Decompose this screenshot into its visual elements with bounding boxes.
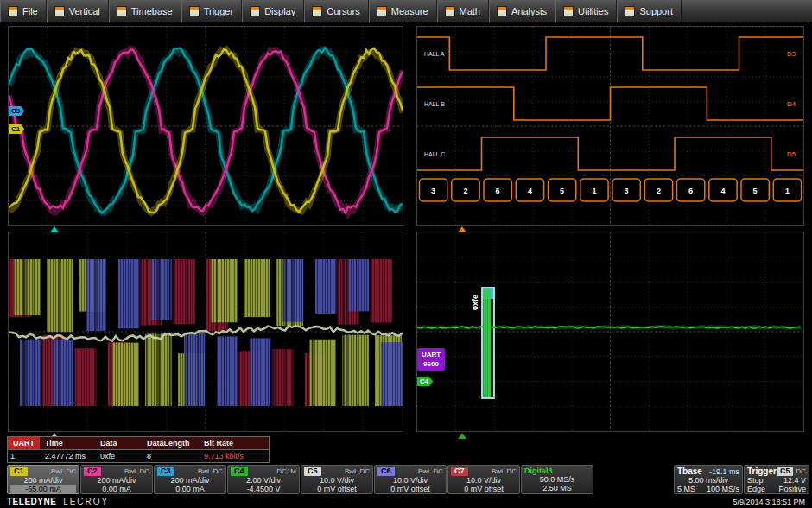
menu-item-label: Math <box>460 6 480 16</box>
trigger-source-badge: C5 <box>777 467 794 476</box>
col-time: Time <box>42 439 98 448</box>
menu-item-analysis[interactable]: Analysis <box>489 0 555 22</box>
trigger-descriptor[interactable]: Trigger C5 DC Stop 12.4 V Edge Positive <box>744 465 809 494</box>
channel-coupling: BwL DC <box>198 467 223 475</box>
channel-coupling: BwL DC <box>492 467 517 475</box>
trigger-position-marker-br[interactable] <box>458 433 466 439</box>
channel-descriptor-c6[interactable]: C6BwL DC10.0 V/div0 mV offset <box>374 465 447 494</box>
menu-item-utilities[interactable]: Utilities <box>555 0 617 22</box>
menu-item-timebase[interactable]: Timebase <box>109 0 181 22</box>
channel-scale: 200 mA/div <box>84 476 149 485</box>
channel-badge-c6: C6 <box>377 467 395 476</box>
uart-decoded-value: 0xfe <box>471 295 479 310</box>
analysis-icon <box>497 6 507 16</box>
channel-offset: 0 mV offset <box>377 485 443 493</box>
hall-label: HALL A <box>424 51 445 57</box>
channel-coupling: BwL DC <box>345 467 370 475</box>
timebase-rate: 100 MS/s <box>707 485 739 493</box>
menu-item-display[interactable]: Display <box>242 0 304 22</box>
menu-item-label: File <box>22 6 38 16</box>
status-footer: TELEDYNE LECROY 5/9/2014 3:18:51 PM <box>0 495 812 508</box>
channel-descriptor-c2[interactable]: C2BwL DC200 mA/div0.00 mA <box>80 465 153 494</box>
menu-item-measure[interactable]: Measure <box>369 0 437 22</box>
col-datalength: DataLength <box>144 439 201 448</box>
timebase-descriptor[interactable]: Tbase -19.1 ms 5.00 ms/div 5 MS 100 MS/s <box>674 465 743 494</box>
menu-item-math[interactable]: Math <box>437 0 489 22</box>
descriptor-bar: C1BwL DC200 mA/div-65.00 mAC2BwL DC200 m… <box>0 465 812 494</box>
bus-decode-value: 5 <box>753 187 758 195</box>
channel-scale: 200 mA/div <box>10 476 76 485</box>
cell-bitrate: 9.713 kbit/s <box>201 452 265 460</box>
timebase-delay: -19.1 ms <box>709 467 739 476</box>
channel-coupling: BwL DC <box>124 467 149 475</box>
channel-badge-c2: C2 <box>84 467 101 476</box>
vertical-icon <box>54 6 65 16</box>
pwm-waveforms <box>9 232 403 431</box>
channel-offset: -4.4500 V <box>231 485 296 493</box>
col-bitrate: Bit Rate <box>201 439 265 448</box>
bus-decode-value: 2 <box>463 187 467 195</box>
channel-descriptor-c7[interactable]: C7BwL DC10.0 V/div0 mV offset <box>447 465 520 494</box>
grid-analog-phase-currents[interactable] <box>8 26 403 226</box>
bus-decode-value: 1 <box>592 187 596 195</box>
cell-index: 1 <box>8 452 42 460</box>
trigger-position-marker-tr[interactable] <box>458 226 466 232</box>
file-icon <box>8 6 18 16</box>
trigger-mode: Stop <box>747 476 764 485</box>
channel-coupling: BwL DC <box>418 467 443 475</box>
menu-item-label: Support <box>639 6 673 16</box>
menu-item-label: Analysis <box>511 6 547 16</box>
menu-item-label: Cursors <box>327 6 360 16</box>
digital-line-label: D3 <box>787 50 796 58</box>
timebase-scale: 5.00 ms/div <box>677 476 739 485</box>
digital-descriptor[interactable]: Digital3 50.0 MS/s 2.50 MS <box>521 465 593 494</box>
uart-table-badge: UART <box>8 437 40 449</box>
channel-offset: 0 mV offset <box>304 485 370 493</box>
hall-label: HALL B <box>424 101 445 107</box>
teledyne-lecroy-logo: TELEDYNE LECROY <box>7 497 109 506</box>
channel-badge-c1: C1 <box>10 467 28 476</box>
timebase-label: Tbase <box>677 467 702 476</box>
menu-item-label: Utilities <box>578 6 608 16</box>
grid-hall-digital[interactable]: HALL AD3HALL BD4HALL CD5326451326451 <box>416 26 804 226</box>
menu-item-trigger[interactable]: Trigger <box>181 0 242 22</box>
brand-lecroy: LECROY <box>63 497 109 506</box>
display-icon <box>250 6 260 16</box>
menu-bar: FileVerticalTimebaseTriggerDisplayCursor… <box>0 0 812 23</box>
digital-record-length: 2.50 MS <box>524 484 590 492</box>
grid-uart-signal[interactable]: 0xfe <box>416 232 804 432</box>
menu-item-vertical[interactable]: Vertical <box>47 0 109 22</box>
hall-label: HALL C <box>424 151 445 157</box>
cell-data: 0xfe <box>98 452 144 460</box>
cell-datalength: 8 <box>144 452 201 460</box>
support-icon <box>625 6 635 16</box>
hall-digital-waveforms: HALL AD3HALL BD4HALL CD5326451326451 <box>417 27 803 225</box>
trigger-level: 12.4 V <box>783 476 806 485</box>
uart-decode-badge[interactable]: UART 9600 <box>417 348 445 371</box>
menu-item-cursors[interactable]: Cursors <box>304 0 369 22</box>
math-icon <box>445 6 455 16</box>
menu-item-file[interactable]: File <box>0 0 47 22</box>
trigger-label: Trigger <box>747 467 777 476</box>
bus-decode-value: 5 <box>560 187 564 195</box>
menu-item-support[interactable]: Support <box>617 0 682 22</box>
uart-waveform: 0xfe <box>417 232 803 431</box>
trigger-position-marker-tl[interactable] <box>50 226 59 232</box>
channel-scale: 10.0 V/div <box>377 476 443 485</box>
channel-descriptor-c4[interactable]: C4DC1M2.00 V/div-4.4500 V <box>227 465 300 494</box>
menu-item-label: Vertical <box>69 6 100 16</box>
trigger-type: Edge <box>747 485 765 493</box>
menu-item-label: Measure <box>391 6 428 16</box>
timebase-icon <box>117 6 127 16</box>
uart-badge-protocol: UART <box>418 350 444 359</box>
bus-decode-value: 2 <box>657 187 661 195</box>
cell-time: 2.47772 ms <box>42 452 98 460</box>
timebase-samples: 5 MS <box>677 485 695 493</box>
trigger-slope: Positive <box>778 485 806 493</box>
channel-descriptor-c1[interactable]: C1BwL DC200 mA/div-65.00 mA <box>7 465 79 494</box>
channel-descriptors: C1BwL DC200 mA/div-65.00 mAC2BwL DC200 m… <box>7 465 521 494</box>
channel-descriptor-c5[interactable]: C5BwL DC10.0 V/div0 mV offset <box>301 465 373 494</box>
grid-pwm-phases[interactable] <box>8 232 403 432</box>
bus-decode-value: 4 <box>528 187 532 195</box>
channel-descriptor-c3[interactable]: C3BwL DC200 mA/div0.00 mA <box>154 465 226 494</box>
